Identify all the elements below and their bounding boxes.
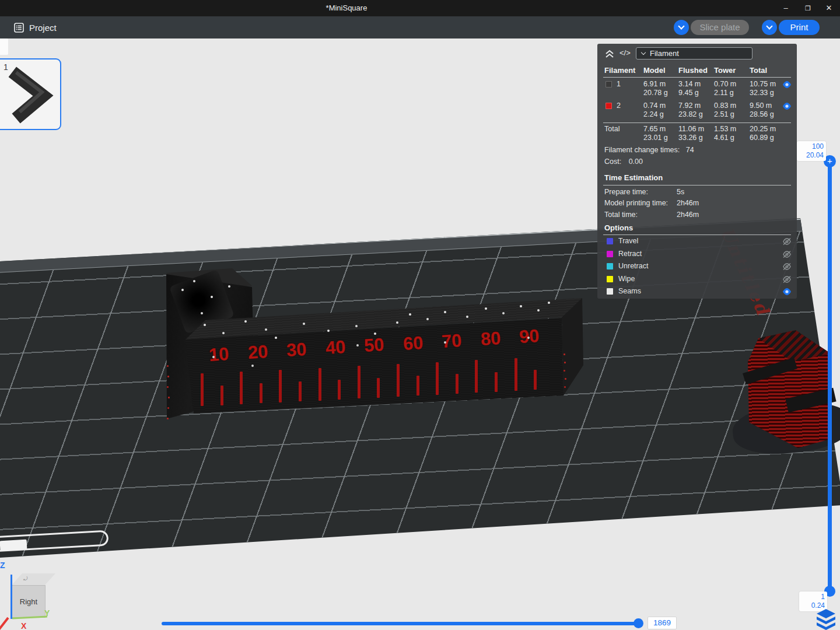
model-tick-mark — [240, 372, 243, 404]
filament-1-visibility-eye-icon[interactable] — [782, 80, 793, 90]
print-dropdown-button[interactable] — [762, 20, 777, 35]
filament-2-visibility-eye-icon[interactable] — [782, 102, 793, 111]
col-header-flushed: Flushed — [678, 66, 708, 75]
cell: 32.33 g — [750, 89, 774, 97]
filament-change-value: 74 — [686, 146, 694, 154]
cell: 20.78 g — [643, 89, 668, 97]
move-slider-value: 1869 — [648, 617, 677, 629]
model-tick-mark — [279, 370, 282, 402]
seam-dots-right — [564, 354, 565, 355]
project-icon — [14, 23, 24, 33]
slice-dropdown-button[interactable] — [674, 20, 689, 35]
option-swatch — [607, 251, 613, 257]
minimize-button[interactable]: – — [776, 0, 796, 16]
cell: 1.53 m — [714, 125, 736, 133]
option-visibility-eye-icon[interactable] — [782, 288, 793, 297]
cell: 33.26 g — [678, 134, 703, 142]
top-layer-number: 100 — [799, 142, 824, 151]
model-tick-mark — [495, 372, 498, 392]
cell: 23.82 g — [678, 110, 703, 118]
options-title: Options — [604, 223, 633, 232]
option-label: Travel — [618, 237, 638, 245]
plate-thumbnail-model — [0, 60, 60, 129]
gcode-view-icon[interactable]: </> — [620, 48, 631, 57]
filament-2-swatch — [606, 103, 612, 109]
move-slider-track[interactable] — [162, 622, 638, 625]
collapse-panel-icon[interactable] — [604, 49, 615, 58]
model-number-label: 30 — [286, 339, 307, 361]
model-number-label: 20 — [247, 341, 268, 363]
axis-y-label: Y — [44, 608, 50, 618]
plate-thumbnail-card[interactable]: 1 — [0, 58, 61, 130]
total-time-label: Total time: — [604, 211, 638, 219]
cell: 23.01 g — [643, 134, 668, 142]
model-number-label: 90 — [519, 326, 540, 348]
model-tick-mark — [475, 360, 478, 393]
option-label: Unretract — [618, 262, 648, 270]
project-menu[interactable]: Project — [14, 20, 57, 35]
axis-z-line — [10, 575, 12, 619]
model-printing-time-value: 2h46m — [677, 199, 699, 207]
model-tick-mark — [514, 358, 517, 391]
model-number-label: 60 — [402, 332, 424, 355]
model-tick-mark — [358, 366, 360, 398]
filament-panel: </> Filament Filament Model Flushed Towe… — [597, 44, 797, 299]
model-tick-mark — [456, 374, 459, 394]
col-header-filament: Filament — [604, 66, 635, 75]
option-visibility-eye-icon[interactable] — [782, 275, 793, 285]
cell: 11.06 m — [678, 125, 704, 133]
filament-1-swatch — [606, 81, 612, 88]
axis-x-line — [0, 617, 9, 630]
layers-view-icon[interactable] — [814, 607, 838, 630]
slice-plate-button[interactable]: Slice plate — [691, 20, 749, 35]
rotate-icon: ⤾ — [23, 576, 28, 582]
cost-label: Cost: — [604, 158, 621, 166]
cell: 2.24 g — [643, 110, 664, 118]
chevron-down-icon — [766, 23, 772, 29]
col-header-total: Total — [750, 66, 767, 75]
view-type-value: Filament — [650, 49, 679, 58]
model-tick-mark — [377, 378, 380, 398]
window-title: *MiniSquare — [0, 0, 693, 16]
menu-bar: Project Slice plate Print — [0, 16, 840, 38]
cell: 9.50 m — [750, 102, 772, 110]
option-visibility-eye-icon[interactable] — [782, 262, 793, 272]
filament-1-id: 1 — [617, 80, 621, 88]
time-estimation-title: Time Estimation — [604, 173, 663, 182]
model-tick-mark — [318, 368, 321, 401]
nav-cube-top-face[interactable] — [12, 573, 56, 585]
nav-cube-front-face[interactable]: Right — [12, 585, 46, 618]
option-visibility-eye-icon[interactable] — [782, 237, 793, 247]
navigation-cube[interactable]: Right ⤾ Z Y X — [0, 561, 70, 630]
move-slider-handle[interactable] — [634, 618, 643, 628]
prime-tower[interactable] — [742, 328, 840, 453]
model-tick-mark — [397, 364, 400, 397]
model-tick-mark — [416, 376, 419, 396]
model-number-label: 80 — [480, 328, 501, 350]
chevron-down-icon — [678, 23, 684, 29]
model-printing-time-label: Model printing time: — [604, 199, 668, 207]
total-time-value: 2h46m — [677, 211, 699, 219]
option-visibility-eye-icon[interactable] — [782, 250, 793, 260]
plate-corner-wedge — [0, 540, 27, 551]
option-swatch — [607, 288, 613, 295]
model-tick-mark — [260, 383, 262, 403]
print-button[interactable]: Print — [779, 20, 820, 35]
cell: 20.25 m — [750, 125, 776, 133]
close-button[interactable]: ✕ — [819, 0, 839, 16]
cell: 6.91 m — [643, 80, 666, 88]
divider — [603, 235, 791, 235]
model-number-label: 70 — [441, 330, 463, 352]
cell: 4.61 g — [714, 134, 734, 142]
cell: 10.75 m — [750, 80, 776, 88]
maximize-button[interactable]: ❐ — [798, 0, 818, 16]
cell: 7.92 m — [678, 102, 701, 110]
view-type-select[interactable]: Filament — [636, 47, 752, 60]
top-layer-height: 20.04 — [799, 151, 824, 160]
cell: 2.51 g — [714, 110, 734, 118]
axis-z-label: Z — [0, 561, 5, 570]
cell: 0.83 m — [714, 102, 736, 110]
layer-slider-track[interactable] — [828, 162, 832, 592]
collapsed-panel-tab[interactable] — [0, 38, 8, 55]
model-number-label: 50 — [363, 334, 385, 356]
